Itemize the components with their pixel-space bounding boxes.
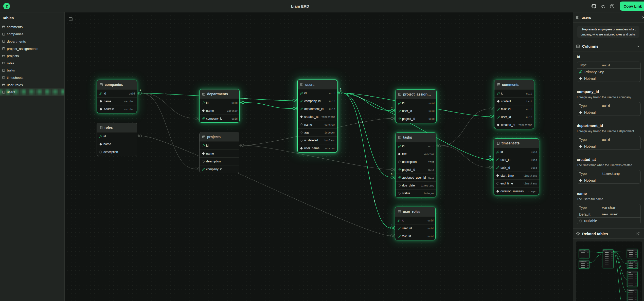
column-row-roles-description[interactable]: description bbox=[97, 148, 137, 156]
column-row-projects-name[interactable]: name bbox=[200, 149, 239, 157]
sidebar-toggle-button[interactable] bbox=[67, 15, 74, 23]
column-type: varchar bbox=[423, 153, 434, 156]
table-node-comments[interactable]: commentsiduuidcontenttexttask_iduuiduser… bbox=[494, 80, 534, 129]
column-row-comments-task_id[interactable]: task_iduuid bbox=[494, 105, 534, 113]
collapse-columns-button[interactable] bbox=[634, 43, 641, 50]
column-row-project_assignments-user_id[interactable]: user_iduuid bbox=[396, 107, 436, 115]
erd-canvas[interactable]: 1n1n1n1n1n1n1n companiesiduuidnamevarcha… bbox=[65, 12, 573, 301]
table-node-title: departments bbox=[207, 92, 228, 96]
sidebar-item-timesheets[interactable]: timesheets bbox=[0, 74, 64, 81]
column-row-roles-name[interactable]: name bbox=[97, 140, 137, 148]
column-row-departments-id[interactable]: iduuid bbox=[200, 99, 239, 107]
sidebar-item-user_roles[interactable]: user_roles bbox=[0, 81, 64, 89]
sidebar-item-comments[interactable]: comments bbox=[0, 23, 64, 31]
table-node-user_roles[interactable]: user_rolesiduuiduser_iduuidrole_iduuid bbox=[395, 207, 436, 240]
sidebar-item-companies[interactable]: companies bbox=[0, 31, 64, 38]
column-row-tasks-due_date[interactable]: due_datetimestamp bbox=[396, 181, 436, 189]
github-button[interactable] bbox=[590, 3, 597, 10]
column-row-companies-id[interactable]: iduuid bbox=[97, 89, 137, 97]
sidebar-item-roles[interactable]: roles bbox=[0, 60, 64, 67]
column-row-tasks-project_id[interactable]: project_iduuid bbox=[396, 166, 436, 174]
column-row-users-company_id[interactable]: company_iduuid bbox=[298, 97, 337, 105]
column-row-users-user_name[interactable]: user_namevarchar bbox=[298, 144, 337, 152]
close-panel-button[interactable] bbox=[640, 14, 644, 21]
sidebar-item-project_assignments[interactable]: project_assignments bbox=[0, 45, 64, 52]
column-row-users-department_id[interactable]: department_iduuid bbox=[298, 105, 337, 113]
column-row-users-age[interactable]: ageinteger bbox=[298, 128, 337, 136]
column-row-tasks-title[interactable]: titlevarchar bbox=[396, 150, 436, 158]
table-icon bbox=[2, 69, 5, 72]
table-node-tasks[interactable]: tasksiduuidtitlevarchardescriptiontextpr… bbox=[395, 133, 436, 197]
column-row-users-name[interactable]: namevarchar bbox=[298, 121, 337, 128]
table-node-title: project_assignments bbox=[403, 92, 434, 96]
related-tables-minimap[interactable]: companiesdepartmentsusersuser_rolesproje… bbox=[576, 241, 642, 301]
sidebar-item-projects[interactable]: projects bbox=[0, 52, 64, 60]
attr-row-default: Defaultnew user bbox=[577, 211, 640, 217]
sidebar-item-users[interactable]: users bbox=[0, 88, 64, 96]
sidebar-item-departments[interactable]: departments bbox=[0, 38, 64, 45]
open-related-tables-button[interactable] bbox=[634, 230, 641, 237]
column-row-projects-id[interactable]: id bbox=[200, 142, 239, 149]
table-node-projects[interactable]: projectsidnamedescriptioncompany_id bbox=[199, 132, 239, 173]
table-node-project_assignments[interactable]: project_assignmentsiduuiduser_iduuidproj… bbox=[395, 89, 437, 123]
liam-logo-icon bbox=[5, 4, 9, 8]
column-row-timesheets-duration_minutes[interactable]: duration_minutesinteger bbox=[494, 187, 539, 195]
sidebar-item-tasks[interactable]: tasks bbox=[0, 67, 64, 74]
table-node-users[interactable]: usersiduuidcompany_iduuiddepartment_iduu… bbox=[297, 80, 337, 153]
liam-logo[interactable] bbox=[3, 3, 10, 9]
panel-column-description: The user's full name. bbox=[577, 197, 641, 202]
column-row-timesheets-start_time[interactable]: start_timetimestamp bbox=[494, 172, 539, 179]
table-icon bbox=[202, 92, 205, 96]
column-row-companies-name[interactable]: namevarchar bbox=[97, 97, 137, 105]
column-row-user_roles-id[interactable]: iduuid bbox=[395, 216, 435, 224]
attr-value: uuid bbox=[599, 136, 640, 143]
copy-link-button[interactable]: Copy Link bbox=[620, 2, 644, 11]
table-icon bbox=[99, 126, 103, 129]
column-attributes-table: TypeuuidNot-null bbox=[577, 136, 641, 150]
column-row-timesheets-task_id[interactable]: task_iduuid bbox=[494, 164, 539, 172]
column-row-timesheets-id[interactable]: iduuid bbox=[494, 148, 539, 156]
column-row-companies-address[interactable]: addressvarchar bbox=[97, 105, 137, 113]
column-name: name bbox=[304, 123, 312, 126]
attr-flag-label: Not-null bbox=[584, 110, 596, 115]
announcements-button[interactable] bbox=[599, 3, 606, 10]
column-row-comments-user_id[interactable]: user_iduuid bbox=[494, 113, 534, 121]
column-row-tasks-assigned_user_id[interactable]: assigned_user_iduuid bbox=[396, 174, 436, 181]
primary-key-icon bbox=[99, 135, 102, 138]
table-node-timesheets[interactable]: timesheetsiduuiduser_iduuidtask_iduuidst… bbox=[494, 138, 539, 195]
column-row-comments-content[interactable]: contenttext bbox=[494, 97, 534, 105]
attr-row-type: Typeuuid bbox=[577, 102, 640, 109]
column-row-user_roles-role_id[interactable]: role_iduuid bbox=[395, 232, 435, 240]
column-row-projects-description[interactable]: description bbox=[200, 157, 239, 165]
table-node-roles[interactable]: rolesidnamedescription bbox=[97, 123, 137, 156]
table-node-departments[interactable]: departmentsiduuidnamevarcharcompany_iduu… bbox=[199, 89, 240, 123]
attr-label: Type bbox=[577, 62, 599, 68]
column-name: user_id bbox=[402, 109, 412, 113]
column-row-users-is_deleted[interactable]: is_deletedboolean bbox=[298, 136, 337, 144]
table-node-companies[interactable]: companiesiduuidnamevarcharaddressvarchar bbox=[97, 80, 137, 113]
column-row-user_roles-user_id[interactable]: user_iduuid bbox=[395, 224, 435, 232]
column-row-comments-id[interactable]: iduuid bbox=[494, 89, 534, 97]
column-row-timesheets-user_id[interactable]: user_iduuid bbox=[494, 156, 539, 164]
column-row-comments-created_at[interactable]: created_attimestamp bbox=[494, 121, 534, 129]
column-row-users-created_at[interactable]: created_attimestamp bbox=[298, 113, 337, 121]
column-row-users-id[interactable]: iduuid bbox=[298, 89, 337, 97]
column-type: integer bbox=[324, 131, 335, 134]
column-row-project_assignments-id[interactable]: iduuid bbox=[396, 99, 436, 107]
column-row-tasks-description[interactable]: descriptiontext bbox=[396, 158, 436, 166]
column-row-projects-company_id[interactable]: company_id bbox=[200, 165, 239, 173]
column-row-project_assignments-project_id[interactable]: project_iduuid bbox=[396, 115, 436, 123]
table-node-title: comments bbox=[502, 83, 519, 87]
column-row-timesheets-end_time[interactable]: end_timetimestamp bbox=[494, 179, 539, 187]
table-icon bbox=[100, 83, 103, 86]
column-row-tasks-id[interactable]: iduuid bbox=[396, 142, 436, 150]
attr-value: uuid bbox=[599, 102, 640, 109]
svg-text:user_roles: user_roles bbox=[629, 250, 634, 251]
column-row-tasks-status[interactable]: statusinteger bbox=[396, 189, 436, 197]
column-row-departments-name[interactable]: namevarchar bbox=[200, 107, 239, 115]
column-name: id bbox=[304, 91, 307, 95]
column-row-roles-id[interactable]: id bbox=[97, 132, 137, 140]
column-row-departments-company_id[interactable]: company_iduuid bbox=[200, 115, 239, 122]
table-description[interactable]: Represents employees or members of a com… bbox=[577, 26, 639, 38]
help-button[interactable] bbox=[609, 3, 616, 10]
